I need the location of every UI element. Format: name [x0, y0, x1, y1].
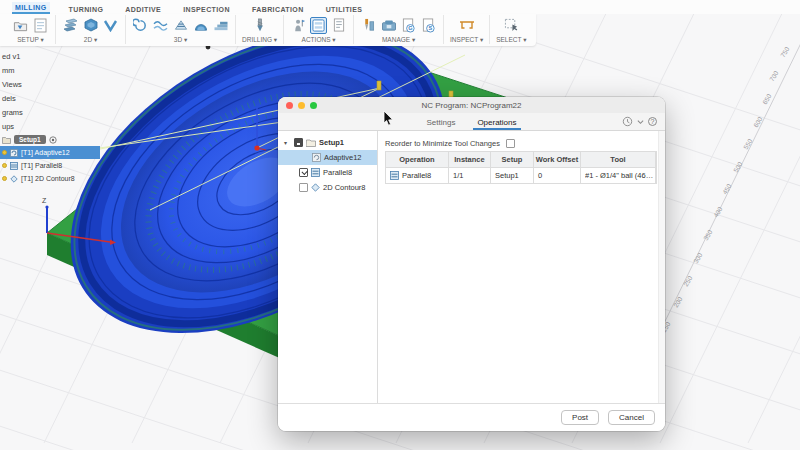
table-row[interactable]: Parallel8 1/1 Setup1 0 #1 - Ø1/4" ball (… — [386, 168, 656, 184]
browser-item-units[interactable]: mm — [0, 63, 100, 77]
group-label-select[interactable]: SELECT ▾ — [496, 36, 526, 44]
z-axis-label: Z — [42, 197, 47, 204]
cell-tool: #1 - Ø1/4" ball (46294-K CNC ... — [585, 171, 655, 180]
setup-sheet-button[interactable] — [32, 17, 49, 34]
scallop-icon — [193, 19, 209, 32]
scrollbar-track[interactable] — [658, 131, 665, 403]
tab-turning[interactable]: TURNING — [66, 4, 107, 14]
browser-item-label: mm — [2, 66, 15, 75]
tree-row-adaptive12[interactable]: Adaptive12 — [278, 150, 377, 165]
visibility-bulb-icon[interactable] — [2, 176, 7, 181]
workspace-tabs: MILLING TURNING ADDITIVE INSPECTION FABR… — [0, 0, 800, 14]
2d-contour-button[interactable] — [102, 17, 119, 34]
dialog-tab-bar: Settings Operations ? — [278, 113, 665, 131]
3d-pocket-button[interactable] — [152, 17, 169, 34]
browser-item-models[interactable]: dels — [0, 91, 100, 105]
2d-pocket-button[interactable] — [62, 17, 79, 34]
tab-additive[interactable]: ADDITIVE — [122, 4, 164, 14]
group-label-3d[interactable]: 3D ▾ — [174, 36, 187, 44]
group-label-drilling[interactable]: DRILLING ▾ — [242, 36, 277, 44]
browser-op-adaptive12[interactable]: [T1] Adaptive12 — [0, 146, 100, 159]
chevron-down-icon[interactable] — [637, 119, 644, 125]
col-instance[interactable]: Instance — [449, 152, 491, 168]
group-label-manage[interactable]: MANAGE ▾ — [382, 36, 415, 44]
drill-button[interactable] — [251, 17, 268, 34]
scallop-button[interactable] — [192, 17, 209, 34]
grid-axis-label: 250 — [682, 274, 694, 287]
browser-setup-row[interactable]: Setup1 — [0, 133, 100, 146]
parallel-op-icon — [10, 162, 18, 170]
adaptive-op-icon — [10, 149, 18, 157]
3d-adaptive-button[interactable] — [132, 17, 149, 34]
browser-item-setups[interactable]: ups — [0, 119, 100, 133]
reorder-checkbox[interactable] — [506, 139, 515, 148]
post-button[interactable]: Post — [561, 410, 599, 425]
tab-inspection[interactable]: INSPECTION — [180, 4, 233, 14]
tool-library-button[interactable] — [360, 17, 377, 34]
tab-settings[interactable]: Settings — [422, 116, 459, 130]
document-list-icon — [333, 18, 345, 32]
tab-milling[interactable]: MILLING — [12, 2, 50, 14]
visibility-bulb-icon[interactable] — [2, 150, 7, 155]
dialog-titlebar[interactable]: NC Program: NCProgram22 — [278, 97, 665, 113]
group-label-2d[interactable]: 2D ▾ — [84, 36, 97, 44]
browser-op-2dcontour8[interactable]: [T1] 2D Contour8 — [0, 172, 100, 185]
2d-adaptive-icon — [83, 18, 99, 32]
browser-item-nc-programs[interactable]: grams — [0, 105, 100, 119]
col-work-offset[interactable]: Work Offset — [534, 152, 581, 168]
tree-row-2dcontour8[interactable]: 2D Contour8 — [278, 180, 377, 195]
setup-sheet-list-button[interactable] — [330, 17, 347, 34]
col-tool[interactable]: Tool — [581, 152, 656, 168]
cam-settings-button[interactable]: S — [420, 17, 437, 34]
browser-op-parallel8[interactable]: [T1] Parallel8 — [0, 159, 100, 172]
2d-contour-icon — [103, 19, 118, 32]
browser-op-label: [T1] 2D Contour8 — [21, 175, 75, 182]
tool-library-icon — [362, 18, 376, 33]
ramp-button[interactable] — [212, 17, 229, 34]
cancel-button[interactable]: Cancel — [608, 410, 655, 425]
adaptive-op-icon — [312, 153, 321, 162]
dialog-title: NC Program: NCProgram22 — [278, 101, 665, 110]
col-setup[interactable]: Setup — [491, 152, 534, 168]
help-icon[interactable]: ? — [648, 117, 657, 126]
setup-doc-icon — [34, 18, 47, 33]
tree-expand-caret[interactable]: ▾ — [284, 139, 291, 146]
group-label-setup[interactable]: SETUP ▾ — [17, 36, 44, 44]
visibility-bulb-icon[interactable] — [2, 163, 7, 168]
drill-icon — [253, 18, 267, 33]
2d-pocket-icon — [63, 18, 79, 32]
radio-dot-icon[interactable] — [49, 136, 57, 144]
parallel-op-icon — [390, 171, 399, 180]
browser-item-named-views[interactable]: Views — [0, 77, 100, 91]
group-3d: 3D ▾ — [126, 15, 236, 44]
new-setup-button[interactable] — [12, 17, 29, 34]
post-process-button[interactable] — [310, 17, 327, 34]
cell-instance: 1/1 — [449, 168, 491, 184]
history-clock-icon[interactable] — [622, 116, 633, 127]
col-operation[interactable]: Operation — [386, 152, 449, 168]
simulate-button[interactable] — [290, 17, 307, 34]
post-library-button[interactable]: G — [400, 17, 417, 34]
tab-operations[interactable]: Operations — [473, 116, 520, 130]
setup-name-badge[interactable]: Setup1 — [14, 135, 46, 144]
2d-adaptive-button[interactable] — [82, 17, 99, 34]
browser-item-document[interactable]: ed v1 — [0, 49, 100, 63]
setup1-checkbox[interactable] — [294, 138, 303, 147]
parallel8-checkbox[interactable] — [299, 168, 308, 177]
2dcontour8-checkbox[interactable] — [299, 183, 308, 192]
select-button[interactable] — [503, 17, 520, 34]
tree-row-setup1[interactable]: ▾ Setup1 — [278, 135, 377, 150]
group-label-actions[interactable]: ACTIONS ▾ — [302, 36, 336, 44]
measure-button[interactable] — [458, 17, 475, 34]
machine-library-button[interactable] — [380, 17, 397, 34]
grid-axis-label: 750 — [779, 45, 791, 58]
folder-icon — [2, 136, 11, 144]
group-label-inspect[interactable]: INSPECT ▾ — [450, 36, 483, 44]
reorder-label: Reorder to Minimize Tool Changes — [385, 139, 500, 148]
tab-utilities[interactable]: UTILITIES — [323, 4, 366, 14]
tab-fabrication[interactable]: FABRICATION — [249, 4, 307, 14]
parallel-button[interactable] — [172, 17, 189, 34]
3d-adaptive-icon — [133, 18, 148, 33]
tree-row-parallel8[interactable]: Parallel8 — [278, 165, 377, 180]
post-library-icon: G — [402, 18, 415, 33]
